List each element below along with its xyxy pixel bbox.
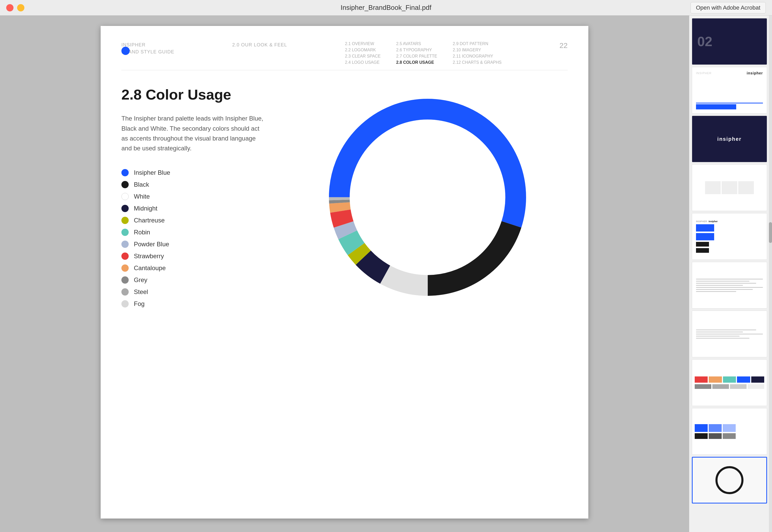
left-panel: 2.8 Color Usage The Insipher brand palet… xyxy=(121,86,267,309)
donut-chart xyxy=(316,86,539,309)
legend-item-fog: Fog xyxy=(121,300,267,307)
content-area: 2.8 Color Usage The Insipher brand palet… xyxy=(121,86,568,309)
scrollbar-thumb[interactable] xyxy=(769,222,772,243)
legend-dot-black xyxy=(121,181,129,188)
nav-col-2: 2.5 AVATARS 2.6 TYPOGRAPHY 2.7 COLOR PAL… xyxy=(396,41,437,65)
legend-item-insipher-blue: Insipher Blue xyxy=(121,169,267,176)
nav-avatars: 2.5 AVATARS xyxy=(396,41,437,46)
page-number: 22 xyxy=(560,41,568,50)
right-panel xyxy=(287,86,568,309)
thumb-circle-svg xyxy=(714,465,745,496)
legend-item-midnight: Midnight xyxy=(121,205,267,212)
legend-label-cantaloupe: Cantaloupe xyxy=(134,264,166,272)
main-area: INSIPHER BRAND STYLE GUIDE 2.0 OUR LOOK … xyxy=(0,16,772,532)
legend-label-insipher-blue: Insipher Blue xyxy=(134,169,170,176)
close-button[interactable] xyxy=(6,4,13,11)
blue-dot xyxy=(121,47,130,55)
pdf-viewer[interactable]: INSIPHER BRAND STYLE GUIDE 2.0 OUR LOOK … xyxy=(0,16,689,532)
scrollbar-track[interactable] xyxy=(769,16,772,532)
nav-logomark: 2.2 LOGOMARK xyxy=(345,48,381,52)
legend-item-powder-blue: Powder Blue xyxy=(121,241,267,248)
legend-item-grey: Grey xyxy=(121,276,267,284)
legend-dot-steel xyxy=(121,288,129,296)
thumbnail-5[interactable]: INSIPHER insipher xyxy=(692,213,767,260)
sidebar-thumbnails[interactable]: 02 INSIPHER insipher insipher xyxy=(689,16,772,532)
thumbnail-4[interactable] xyxy=(692,164,767,211)
nav-clearspace: 2.3 CLEAR SPACE xyxy=(345,54,381,59)
color-legend: Insipher Blue Black White Midnight xyxy=(121,169,267,307)
legend-item-steel: Steel xyxy=(121,288,267,296)
legend-item-black: Black xyxy=(121,181,267,188)
page-header: INSIPHER BRAND STYLE GUIDE 2.0 OUR LOOK … xyxy=(121,41,568,70)
nav-colorusage: 2.8 COLOR USAGE xyxy=(396,60,437,65)
titlebar: Insipher_BrandBook_Final.pdf Open with A… xyxy=(0,0,772,16)
legend-dot-insipher-blue xyxy=(121,169,129,176)
legend-dot-cantaloupe xyxy=(121,264,129,272)
nav-logousage: 2.4 LOGO USAGE xyxy=(345,60,381,65)
nav-overview: 2.1 OVERVIEW xyxy=(345,41,381,46)
nav-typography: 2.6 TYPOGRAPHY xyxy=(396,48,437,52)
pdf-page: INSIPHER BRAND STYLE GUIDE 2.0 OUR LOOK … xyxy=(101,26,588,519)
nav-col-1: 2.1 OVERVIEW 2.2 LOGOMARK 2.3 CLEAR SPAC… xyxy=(345,41,381,65)
legend-label-steel: Steel xyxy=(134,288,148,296)
section-description: The Insipher brand palette leads with In… xyxy=(121,114,267,153)
brand-label: INSIPHER BRAND STYLE GUIDE xyxy=(121,41,174,55)
thumbnail-10[interactable] xyxy=(692,457,767,503)
legend-item-strawberry: Strawberry xyxy=(121,253,267,260)
svg-point-1 xyxy=(717,467,742,493)
legend-dot-grey xyxy=(121,276,129,284)
legend-label-white: White xyxy=(134,193,150,200)
thumbnail-6[interactable] xyxy=(692,262,767,309)
section-label: 2.0 OUR LOOK & FEEL xyxy=(232,41,287,48)
legend-dot-chartreuse xyxy=(121,217,129,224)
legend-dot-strawberry xyxy=(121,253,129,260)
legend-dot-white xyxy=(121,193,129,200)
legend-label-black: Black xyxy=(134,181,149,188)
legend-dot-powder-blue xyxy=(121,241,129,248)
minimize-button[interactable] xyxy=(17,4,24,11)
legend-label-midnight: Midnight xyxy=(134,205,157,212)
legend-item-robin: Robin xyxy=(121,229,267,236)
nav-col-3: 2.9 DOT PATTERN 2.10 IMAGERY 2.11 ICONOG… xyxy=(453,41,502,65)
window-controls xyxy=(6,4,24,11)
legend-label-robin: Robin xyxy=(134,229,150,236)
thumbnail-3[interactable]: insipher xyxy=(692,116,767,162)
thumbnail-9[interactable] xyxy=(692,408,767,455)
legend-item-white: White xyxy=(121,193,267,200)
nav-charts: 2.12 CHARTS & GRAPHS xyxy=(453,60,502,65)
nav-colorpalette: 2.7 COLOR PALETTE xyxy=(396,54,437,59)
legend-label-chartreuse: Chartreuse xyxy=(134,217,165,224)
window-title: Insipher_BrandBook_Final.pdf xyxy=(340,4,432,12)
thumbnail-7[interactable] xyxy=(692,311,767,357)
legend-label-grey: Grey xyxy=(134,276,147,284)
legend-label-fog: Fog xyxy=(134,300,144,307)
legend-item-chartreuse: Chartreuse xyxy=(121,217,267,224)
legend-item-cantaloupe: Cantaloupe xyxy=(121,264,267,272)
section-title: 2.8 Color Usage xyxy=(121,86,267,103)
legend-dot-fog xyxy=(121,300,129,307)
open-acrobat-button[interactable]: Open with Adobe Acrobat xyxy=(691,2,766,13)
thumbnail-1[interactable]: 02 xyxy=(692,18,767,65)
nav-dotpattern: 2.9 DOT PATTERN xyxy=(453,41,502,46)
legend-label-powder-blue: Powder Blue xyxy=(134,241,169,248)
nav-iconography: 2.11 ICONOGRAPHY xyxy=(453,54,502,59)
nav-imagery: 2.10 IMAGERY xyxy=(453,48,502,52)
legend-dot-midnight xyxy=(121,205,129,212)
thumbnail-2[interactable]: INSIPHER insipher xyxy=(692,67,767,114)
nav-links: 2.1 OVERVIEW 2.2 LOGOMARK 2.3 CLEAR SPAC… xyxy=(345,41,502,65)
legend-label-strawberry: Strawberry xyxy=(134,253,164,260)
legend-dot-robin xyxy=(121,229,129,236)
thumbnail-8[interactable] xyxy=(692,359,767,406)
